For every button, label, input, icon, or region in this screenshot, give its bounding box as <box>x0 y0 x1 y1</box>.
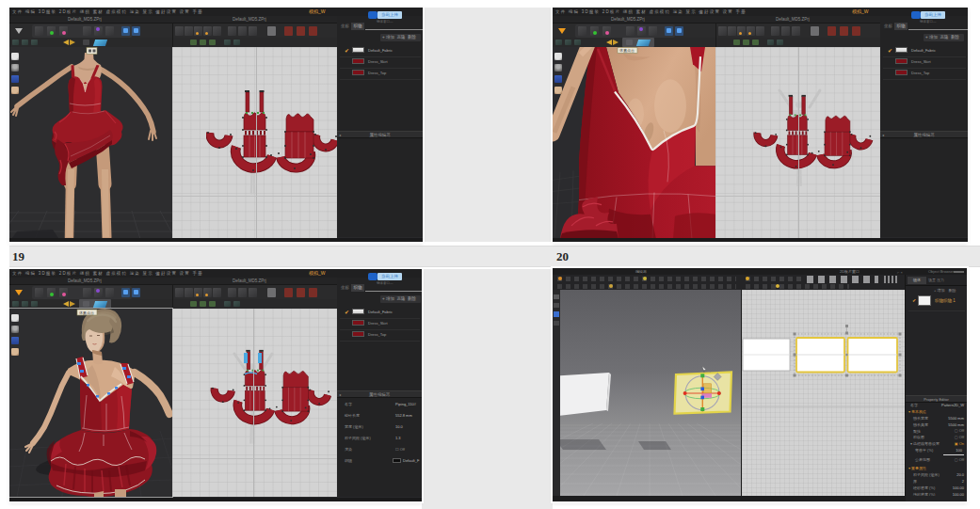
svg-text:体素点击: 体素点击 <box>79 310 94 315</box>
svg-text:体素点击: 体素点击 <box>619 48 635 53</box>
